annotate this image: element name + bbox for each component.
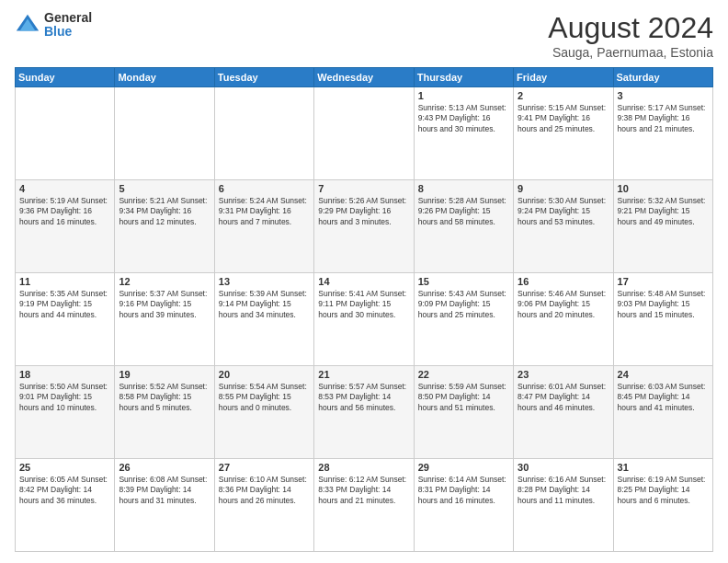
day-number: 27 — [219, 462, 310, 473]
day-info: Sunrise: 5:54 AM Sunset: 8:55 PM Dayligh… — [219, 382, 310, 413]
day-number: 30 — [518, 462, 609, 473]
table-row — [115, 87, 214, 180]
day-number: 22 — [418, 369, 509, 380]
page: General Blue August 2024 Sauga, Paernuma… — [0, 0, 728, 563]
logo-icon — [15, 12, 40, 38]
day-number: 16 — [518, 276, 609, 287]
table-row: 21Sunrise: 5:57 AM Sunset: 8:53 PM Dayli… — [314, 366, 414, 459]
col-sunday: Sunday — [16, 68, 115, 87]
table-row: 15Sunrise: 5:43 AM Sunset: 9:09 PM Dayli… — [414, 273, 513, 366]
table-row: 12Sunrise: 5:37 AM Sunset: 9:16 PM Dayli… — [115, 273, 214, 366]
day-number: 24 — [618, 369, 709, 380]
day-info: Sunrise: 6:08 AM Sunset: 8:39 PM Dayligh… — [119, 475, 210, 506]
day-number: 11 — [19, 276, 110, 287]
day-info: Sunrise: 6:10 AM Sunset: 8:36 PM Dayligh… — [219, 475, 310, 506]
table-row: 18Sunrise: 5:50 AM Sunset: 9:01 PM Dayli… — [16, 366, 115, 459]
day-number: 13 — [219, 276, 310, 287]
calendar-table: Sunday Monday Tuesday Wednesday Thursday… — [15, 67, 713, 552]
day-info: Sunrise: 5:24 AM Sunset: 9:31 PM Dayligh… — [219, 196, 310, 227]
day-info: Sunrise: 6:19 AM Sunset: 8:25 PM Dayligh… — [618, 475, 709, 506]
day-number: 15 — [418, 276, 509, 287]
day-number: 10 — [618, 183, 709, 194]
day-info: Sunrise: 5:48 AM Sunset: 9:03 PM Dayligh… — [618, 289, 709, 320]
day-number: 1 — [418, 90, 509, 101]
day-info: Sunrise: 5:57 AM Sunset: 8:53 PM Dayligh… — [318, 382, 409, 413]
table-row: 24Sunrise: 6:03 AM Sunset: 8:45 PM Dayli… — [613, 366, 712, 459]
table-row: 6Sunrise: 5:24 AM Sunset: 9:31 PM Daylig… — [214, 180, 313, 273]
day-info: Sunrise: 5:39 AM Sunset: 9:14 PM Dayligh… — [219, 289, 310, 320]
col-wednesday: Wednesday — [314, 68, 414, 87]
day-number: 3 — [618, 90, 709, 101]
table-row: 20Sunrise: 5:54 AM Sunset: 8:55 PM Dayli… — [214, 366, 313, 459]
table-row: 11Sunrise: 5:35 AM Sunset: 9:19 PM Dayli… — [16, 273, 115, 366]
table-row: 14Sunrise: 5:41 AM Sunset: 9:11 PM Dayli… — [314, 273, 414, 366]
title-block: August 2024 Sauga, Paernumaa, Estonia — [548, 11, 713, 60]
logo-text: General Blue — [44, 11, 92, 40]
subtitle: Sauga, Paernumaa, Estonia — [548, 45, 713, 60]
table-row: 23Sunrise: 6:01 AM Sunset: 8:47 PM Dayli… — [514, 366, 613, 459]
logo-blue-text: Blue — [44, 25, 92, 39]
day-info: Sunrise: 6:03 AM Sunset: 8:45 PM Dayligh… — [618, 382, 709, 413]
day-number: 14 — [318, 276, 409, 287]
day-number: 7 — [318, 183, 409, 194]
table-row: 13Sunrise: 5:39 AM Sunset: 9:14 PM Dayli… — [214, 273, 313, 366]
table-row — [214, 87, 313, 180]
table-row: 31Sunrise: 6:19 AM Sunset: 8:25 PM Dayli… — [613, 459, 712, 552]
day-info: Sunrise: 5:37 AM Sunset: 9:16 PM Dayligh… — [119, 289, 210, 320]
calendar-week-2: 4Sunrise: 5:19 AM Sunset: 9:36 PM Daylig… — [16, 180, 713, 273]
table-row: 25Sunrise: 6:05 AM Sunset: 8:42 PM Dayli… — [16, 459, 115, 552]
day-info: Sunrise: 5:15 AM Sunset: 9:41 PM Dayligh… — [518, 103, 609, 134]
day-info: Sunrise: 5:41 AM Sunset: 9:11 PM Dayligh… — [318, 289, 409, 320]
logo: General Blue — [15, 11, 92, 40]
main-title: August 2024 — [548, 11, 713, 45]
table-row: 10Sunrise: 5:32 AM Sunset: 9:21 PM Dayli… — [613, 180, 712, 273]
day-info: Sunrise: 6:16 AM Sunset: 8:28 PM Dayligh… — [518, 475, 609, 506]
day-info: Sunrise: 5:26 AM Sunset: 9:29 PM Dayligh… — [318, 196, 409, 227]
table-row: 17Sunrise: 5:48 AM Sunset: 9:03 PM Dayli… — [613, 273, 712, 366]
day-number: 19 — [119, 369, 210, 380]
day-info: Sunrise: 5:28 AM Sunset: 9:26 PM Dayligh… — [418, 196, 509, 227]
table-row: 19Sunrise: 5:52 AM Sunset: 8:58 PM Dayli… — [115, 366, 214, 459]
table-row: 30Sunrise: 6:16 AM Sunset: 8:28 PM Dayli… — [514, 459, 613, 552]
table-row: 5Sunrise: 5:21 AM Sunset: 9:34 PM Daylig… — [115, 180, 214, 273]
table-row: 7Sunrise: 5:26 AM Sunset: 9:29 PM Daylig… — [314, 180, 414, 273]
day-info: Sunrise: 5:43 AM Sunset: 9:09 PM Dayligh… — [418, 289, 509, 320]
day-info: Sunrise: 5:52 AM Sunset: 8:58 PM Dayligh… — [119, 382, 210, 413]
calendar-header-row: Sunday Monday Tuesday Wednesday Thursday… — [16, 68, 713, 87]
day-number: 20 — [219, 369, 310, 380]
col-friday: Friday — [514, 68, 613, 87]
logo-general-text: General — [44, 11, 92, 25]
calendar-week-5: 25Sunrise: 6:05 AM Sunset: 8:42 PM Dayli… — [16, 459, 713, 552]
day-number: 2 — [518, 90, 609, 101]
day-number: 17 — [618, 276, 709, 287]
col-thursday: Thursday — [414, 68, 513, 87]
day-info: Sunrise: 5:17 AM Sunset: 9:38 PM Dayligh… — [618, 103, 709, 134]
day-info: Sunrise: 5:13 AM Sunset: 9:43 PM Dayligh… — [418, 103, 509, 134]
day-number: 18 — [19, 369, 110, 380]
table-row: 2Sunrise: 5:15 AM Sunset: 9:41 PM Daylig… — [514, 87, 613, 180]
day-number: 4 — [19, 183, 110, 194]
table-row: 9Sunrise: 5:30 AM Sunset: 9:24 PM Daylig… — [514, 180, 613, 273]
day-info: Sunrise: 5:30 AM Sunset: 9:24 PM Dayligh… — [518, 196, 609, 227]
table-row: 27Sunrise: 6:10 AM Sunset: 8:36 PM Dayli… — [214, 459, 313, 552]
day-number: 23 — [518, 369, 609, 380]
day-info: Sunrise: 6:01 AM Sunset: 8:47 PM Dayligh… — [518, 382, 609, 413]
table-row: 4Sunrise: 5:19 AM Sunset: 9:36 PM Daylig… — [16, 180, 115, 273]
day-info: Sunrise: 6:14 AM Sunset: 8:31 PM Dayligh… — [418, 475, 509, 506]
table-row: 22Sunrise: 5:59 AM Sunset: 8:50 PM Dayli… — [414, 366, 513, 459]
day-number: 26 — [119, 462, 210, 473]
calendar-week-3: 11Sunrise: 5:35 AM Sunset: 9:19 PM Dayli… — [16, 273, 713, 366]
day-number: 29 — [418, 462, 509, 473]
day-info: Sunrise: 5:46 AM Sunset: 9:06 PM Dayligh… — [518, 289, 609, 320]
day-info: Sunrise: 5:19 AM Sunset: 9:36 PM Dayligh… — [19, 196, 110, 227]
day-info: Sunrise: 5:32 AM Sunset: 9:21 PM Dayligh… — [618, 196, 709, 227]
table-row — [16, 87, 115, 180]
table-row: 26Sunrise: 6:08 AM Sunset: 8:39 PM Dayli… — [115, 459, 214, 552]
table-row: 3Sunrise: 5:17 AM Sunset: 9:38 PM Daylig… — [613, 87, 712, 180]
day-number: 31 — [618, 462, 709, 473]
col-saturday: Saturday — [613, 68, 712, 87]
day-number: 28 — [318, 462, 409, 473]
day-number: 6 — [219, 183, 310, 194]
table-row: 28Sunrise: 6:12 AM Sunset: 8:33 PM Dayli… — [314, 459, 414, 552]
calendar-week-1: 1Sunrise: 5:13 AM Sunset: 9:43 PM Daylig… — [16, 87, 713, 180]
